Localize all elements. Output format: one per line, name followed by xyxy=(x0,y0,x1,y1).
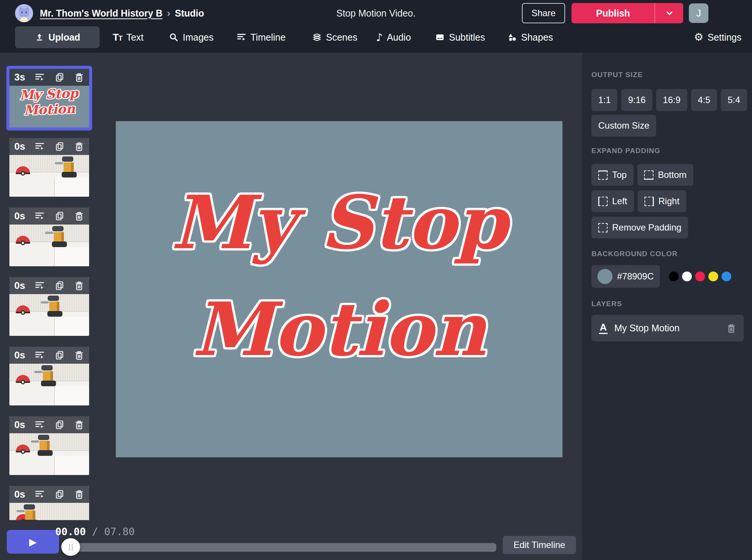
color-preset-white[interactable] xyxy=(682,272,692,281)
canvas-title-line1[interactable]: My Stop xyxy=(171,182,507,263)
workspace-avatar[interactable] xyxy=(15,4,33,22)
share-button[interactable]: Share xyxy=(522,3,565,23)
color-preset-blue[interactable] xyxy=(722,272,731,281)
layer-item-text[interactable]: A My Stop Motion xyxy=(591,315,744,341)
ratio-5-4-button[interactable]: 5:4 xyxy=(721,89,747,111)
ratio-16-9-button[interactable]: 16:9 xyxy=(656,89,687,111)
pad-remove-icon xyxy=(598,223,608,232)
subtitles-icon xyxy=(435,32,445,42)
breadcrumb-course-link[interactable]: Mr. Thom's World History B xyxy=(40,8,162,19)
layer-trash-icon[interactable] xyxy=(726,323,736,333)
reorder-icon[interactable] xyxy=(35,420,45,430)
duplicate-icon[interactable] xyxy=(55,211,65,221)
reorder-icon[interactable] xyxy=(35,281,45,291)
tab-text[interactable]: TT Text xyxy=(113,26,144,48)
scene-thumbnail[interactable]: 0s xyxy=(9,416,89,475)
color-preset-yellow[interactable] xyxy=(708,272,718,281)
trash-icon[interactable] xyxy=(74,489,84,499)
upload-button[interactable]: Upload xyxy=(15,26,100,48)
pad-left-button[interactable]: Left xyxy=(591,190,634,212)
user-avatar[interactable]: J xyxy=(689,3,708,23)
custom-size-button[interactable]: Custom Size xyxy=(591,115,656,137)
pad-right-icon xyxy=(644,197,654,206)
edit-timeline-button[interactable]: Edit Timeline xyxy=(503,536,576,554)
duplicate-icon[interactable] xyxy=(55,281,65,291)
trash-icon[interactable] xyxy=(74,72,84,82)
chevron-down-icon xyxy=(664,8,674,18)
background-color-picker[interactable]: #78909C xyxy=(591,265,660,288)
ratio-9-16-button[interactable]: 9:16 xyxy=(621,89,652,111)
robot-toy xyxy=(51,225,67,247)
scene-film-strip: My Stop Motion 3s 0s xyxy=(0,53,102,520)
scene-thumbnail[interactable]: 0s xyxy=(9,277,89,336)
pokeball xyxy=(16,236,30,250)
reorder-icon[interactable] xyxy=(35,211,45,221)
duplicate-icon[interactable] xyxy=(55,141,65,152)
tab-scenes[interactable]: Scenes xyxy=(312,26,357,48)
text-icon: TT xyxy=(113,32,122,43)
total-time: 07.80 xyxy=(104,526,135,537)
reorder-icon[interactable] xyxy=(35,489,45,499)
pad-right-button[interactable]: Right xyxy=(638,190,686,212)
tab-timeline[interactable]: Timeline xyxy=(237,26,286,48)
robot-toy xyxy=(22,504,39,520)
pad-bottom-button[interactable]: Bottom xyxy=(637,164,693,186)
scene-thumbnail[interactable]: 0s xyxy=(9,138,89,197)
scene-thumb-toolbar: 0s xyxy=(9,416,89,433)
canvas-title-line2[interactable]: Motion xyxy=(192,289,486,370)
scene-thumb-toolbar: 0s xyxy=(9,347,89,364)
seek-bar[interactable] xyxy=(65,543,496,552)
robot-toy xyxy=(46,295,63,317)
color-preset-black[interactable] xyxy=(669,272,679,281)
color-preset-red[interactable] xyxy=(695,272,705,281)
scene-thumbnail[interactable]: 0s xyxy=(9,208,89,266)
tab-shapes[interactable]: Shapes xyxy=(507,26,553,48)
duplicate-icon[interactable] xyxy=(55,489,65,499)
scene-thumb-toolbar: 0s xyxy=(9,277,89,294)
duplicate-icon[interactable] xyxy=(55,72,65,82)
layers-label: LAYERS xyxy=(591,300,622,308)
publish-dropdown-button[interactable] xyxy=(655,3,683,23)
breadcrumb-separator: › xyxy=(167,8,170,19)
scene-thumb-toolbar: 0s xyxy=(9,486,89,503)
ratio-1-1-button[interactable]: 1:1 xyxy=(591,89,617,111)
reorder-icon[interactable] xyxy=(35,141,45,152)
ratio-4-5-button[interactable]: 4:5 xyxy=(691,89,717,111)
reorder-icon[interactable] xyxy=(35,350,45,360)
play-button[interactable]: ▶ xyxy=(7,530,59,554)
seek-handle[interactable] xyxy=(61,538,80,556)
shapes-icon xyxy=(507,32,517,42)
tab-images[interactable]: Images xyxy=(169,26,214,48)
remove-padding-button[interactable]: Remove Padding xyxy=(591,217,688,238)
tab-audio[interactable]: ♪ Audio xyxy=(376,26,411,48)
layer-name: My Stop Motion xyxy=(614,323,720,334)
scene-thumbnail[interactable]: 0s xyxy=(9,347,89,405)
pokeball xyxy=(16,375,30,389)
video-canvas[interactable]: My Stop Motion xyxy=(116,121,562,457)
pad-top-button[interactable]: Top xyxy=(591,164,634,186)
breadcrumb: Mr. Thom's World History B › Studio xyxy=(15,0,204,26)
duplicate-icon[interactable] xyxy=(55,420,65,430)
duplicate-icon[interactable] xyxy=(55,350,65,360)
scene-duration: 3s xyxy=(14,71,25,83)
tab-subtitles[interactable]: Subtitles xyxy=(435,26,485,48)
trash-icon[interactable] xyxy=(74,350,84,360)
reorder-icon[interactable] xyxy=(35,72,45,82)
settings-button[interactable]: ⚙ Settings xyxy=(694,26,741,48)
scene-thumbnail-selected[interactable]: My Stop Motion 3s xyxy=(6,66,92,131)
trash-icon[interactable] xyxy=(74,281,84,291)
publish-button[interactable]: Publish xyxy=(572,3,655,23)
playback-timer: 00.00 / 07.80 xyxy=(55,526,135,537)
trash-icon[interactable] xyxy=(74,211,84,221)
layers-icon xyxy=(312,32,322,42)
trash-icon[interactable] xyxy=(74,420,84,430)
top-bar: Mr. Thom's World History B › Studio Stop… xyxy=(0,0,752,53)
current-color-swatch xyxy=(597,269,613,284)
scene-duration: 0s xyxy=(14,349,25,361)
scene-duration: 0s xyxy=(14,280,25,291)
pad-bottom-icon xyxy=(644,170,653,180)
scene-thumbnail[interactable]: 0s xyxy=(9,486,89,520)
scene-thumb-toolbar: 0s xyxy=(9,138,89,155)
pad-left-icon xyxy=(598,197,608,206)
trash-icon[interactable] xyxy=(74,141,84,152)
